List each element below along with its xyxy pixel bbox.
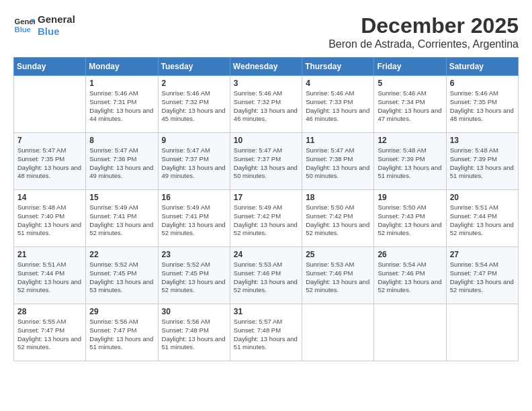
cell-details: Sunrise: 5:46 AMSunset: 7:32 PMDaylight:… [234,89,298,124]
calendar-cell: 21Sunrise: 5:51 AMSunset: 7:44 PMDayligh… [14,247,86,304]
calendar-week-row: 1Sunrise: 5:46 AMSunset: 7:31 PMDaylight… [14,76,519,133]
logo-line1: General [38,13,75,26]
calendar-week-row: 28Sunrise: 5:55 AMSunset: 7:47 PMDayligh… [14,304,519,361]
calendar-cell: 29Sunrise: 5:56 AMSunset: 7:47 PMDayligh… [86,304,158,361]
calendar-cell: 19Sunrise: 5:50 AMSunset: 7:43 PMDayligh… [374,190,446,247]
day-number: 8 [89,136,154,145]
cell-details: Sunrise: 5:47 AMSunset: 7:36 PMDaylight:… [89,146,154,181]
calendar-cell [446,304,518,361]
calendar-week-row: 7Sunrise: 5:47 AMSunset: 7:35 PMDaylight… [14,133,519,190]
calendar-table: SundayMondayTuesdayWednesdayThursdayFrid… [13,57,519,361]
day-number: 14 [17,193,82,202]
weekday-header: Saturday [446,58,518,76]
day-number: 7 [17,136,82,145]
calendar-cell: 15Sunrise: 5:49 AMSunset: 7:41 PMDayligh… [86,190,158,247]
day-number: 25 [306,250,370,259]
cell-details: Sunrise: 5:47 AMSunset: 7:37 PMDaylight:… [162,146,226,181]
logo-icon: General Blue [13,15,35,36]
calendar-cell: 25Sunrise: 5:53 AMSunset: 7:46 PMDayligh… [302,247,374,304]
cell-details: Sunrise: 5:50 AMSunset: 7:43 PMDaylight:… [378,203,442,238]
cell-details: Sunrise: 5:47 AMSunset: 7:37 PMDaylight:… [234,146,298,181]
logo: General Blue General Blue [13,13,75,38]
calendar-cell: 30Sunrise: 5:56 AMSunset: 7:48 PMDayligh… [158,304,230,361]
calendar-cell: 22Sunrise: 5:52 AMSunset: 7:45 PMDayligh… [86,247,158,304]
cell-details: Sunrise: 5:56 AMSunset: 7:48 PMDaylight:… [162,318,226,352]
day-number: 2 [162,79,226,88]
cell-details: Sunrise: 5:53 AMSunset: 7:46 PMDaylight:… [306,261,370,295]
day-number: 20 [450,193,515,202]
calendar-cell: 3Sunrise: 5:46 AMSunset: 7:32 PMDaylight… [230,76,302,133]
cell-details: Sunrise: 5:53 AMSunset: 7:46 PMDaylight:… [234,261,298,295]
cell-details: Sunrise: 5:50 AMSunset: 7:42 PMDaylight:… [306,203,370,238]
day-number: 28 [17,307,82,316]
cell-details: Sunrise: 5:55 AMSunset: 7:47 PMDaylight:… [17,318,82,352]
day-number: 15 [89,193,154,202]
calendar-cell: 5Sunrise: 5:46 AMSunset: 7:34 PMDaylight… [374,76,446,133]
calendar-cell: 26Sunrise: 5:54 AMSunset: 7:46 PMDayligh… [374,247,446,304]
weekday-header: Tuesday [158,58,230,76]
cell-details: Sunrise: 5:48 AMSunset: 7:39 PMDaylight:… [378,146,442,181]
cell-details: Sunrise: 5:46 AMSunset: 7:34 PMDaylight:… [378,89,442,124]
day-number: 21 [17,250,82,259]
day-number: 4 [306,79,370,88]
weekday-header: Sunday [14,58,86,76]
day-number: 29 [89,307,154,316]
calendar-cell: 1Sunrise: 5:46 AMSunset: 7:31 PMDaylight… [86,76,158,133]
day-number: 17 [234,193,298,202]
cell-details: Sunrise: 5:48 AMSunset: 7:40 PMDaylight:… [17,203,82,238]
cell-details: Sunrise: 5:46 AMSunset: 7:31 PMDaylight:… [89,89,154,124]
cell-details: Sunrise: 5:47 AMSunset: 7:35 PMDaylight:… [17,146,82,181]
cell-details: Sunrise: 5:54 AMSunset: 7:46 PMDaylight:… [378,261,442,295]
calendar-cell: 7Sunrise: 5:47 AMSunset: 7:35 PMDaylight… [14,133,86,190]
day-number: 12 [378,136,442,145]
calendar-week-row: 21Sunrise: 5:51 AMSunset: 7:44 PMDayligh… [14,247,519,304]
weekday-header: Friday [374,58,446,76]
day-number: 3 [234,79,298,88]
calendar-cell [302,304,374,361]
cell-details: Sunrise: 5:57 AMSunset: 7:48 PMDaylight:… [234,318,298,352]
cell-details: Sunrise: 5:56 AMSunset: 7:47 PMDaylight:… [89,318,154,352]
day-number: 16 [162,193,226,202]
calendar-cell: 14Sunrise: 5:48 AMSunset: 7:40 PMDayligh… [14,190,86,247]
calendar-cell: 9Sunrise: 5:47 AMSunset: 7:37 PMDaylight… [158,133,230,190]
title-block: December 2025 Beron de Astrada, Corrient… [328,13,519,50]
cell-details: Sunrise: 5:46 AMSunset: 7:35 PMDaylight:… [450,89,515,124]
cell-details: Sunrise: 5:52 AMSunset: 7:45 PMDaylight:… [89,261,154,295]
day-number: 26 [378,250,442,259]
weekday-header: Thursday [302,58,374,76]
calendar-cell: 24Sunrise: 5:53 AMSunset: 7:46 PMDayligh… [230,247,302,304]
day-number: 27 [450,250,515,259]
cell-details: Sunrise: 5:46 AMSunset: 7:32 PMDaylight:… [162,89,226,124]
calendar-cell: 8Sunrise: 5:47 AMSunset: 7:36 PMDaylight… [86,133,158,190]
calendar-cell: 31Sunrise: 5:57 AMSunset: 7:48 PMDayligh… [230,304,302,361]
calendar-week-row: 14Sunrise: 5:48 AMSunset: 7:40 PMDayligh… [14,190,519,247]
calendar-cell: 23Sunrise: 5:52 AMSunset: 7:45 PMDayligh… [158,247,230,304]
cell-details: Sunrise: 5:46 AMSunset: 7:33 PMDaylight:… [306,89,370,124]
calendar-cell: 17Sunrise: 5:49 AMSunset: 7:42 PMDayligh… [230,190,302,247]
day-number: 30 [162,307,226,316]
day-number: 19 [378,193,442,202]
logo-line2: Blue [38,26,75,38]
weekday-header: Wednesday [230,58,302,76]
calendar-cell: 27Sunrise: 5:54 AMSunset: 7:47 PMDayligh… [446,247,518,304]
day-number: 10 [234,136,298,145]
calendar-cell: 2Sunrise: 5:46 AMSunset: 7:32 PMDaylight… [158,76,230,133]
svg-text:General: General [15,17,35,26]
weekday-header-row: SundayMondayTuesdayWednesdayThursdayFrid… [14,58,519,76]
cell-details: Sunrise: 5:51 AMSunset: 7:44 PMDaylight:… [17,261,82,295]
calendar-cell: 18Sunrise: 5:50 AMSunset: 7:42 PMDayligh… [302,190,374,247]
cell-details: Sunrise: 5:49 AMSunset: 7:42 PMDaylight:… [234,203,298,238]
calendar-cell [374,304,446,361]
cell-details: Sunrise: 5:54 AMSunset: 7:47 PMDaylight:… [450,261,515,295]
calendar-cell [14,76,86,133]
day-number: 22 [89,250,154,259]
weekday-header: Monday [86,58,158,76]
day-number: 18 [306,193,370,202]
cell-details: Sunrise: 5:47 AMSunset: 7:38 PMDaylight:… [306,146,370,181]
calendar-cell: 28Sunrise: 5:55 AMSunset: 7:47 PMDayligh… [14,304,86,361]
cell-details: Sunrise: 5:48 AMSunset: 7:39 PMDaylight:… [450,146,515,181]
cell-details: Sunrise: 5:52 AMSunset: 7:45 PMDaylight:… [162,261,226,295]
day-number: 5 [378,79,442,88]
day-number: 9 [162,136,226,145]
day-number: 24 [234,250,298,259]
